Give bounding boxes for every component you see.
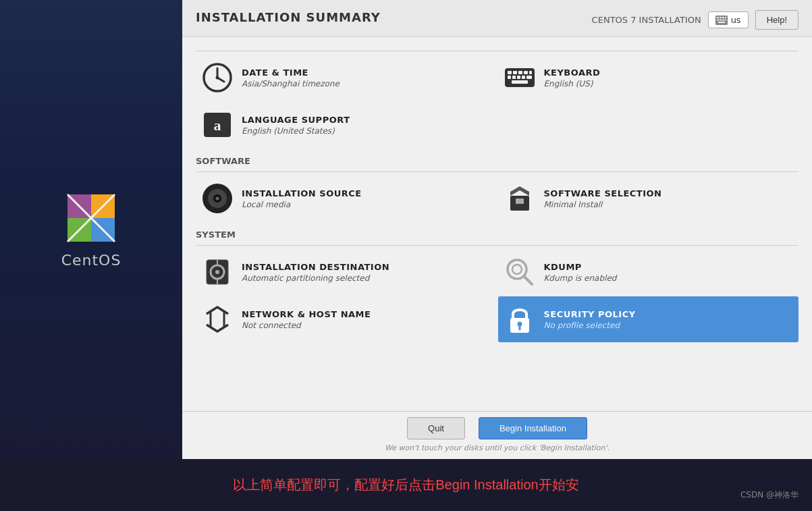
svg-point-23 — [216, 76, 219, 80]
network-text: NETWORK & HOST NAME Not connected — [242, 309, 371, 330]
keyboard-text: KEYBOARD English (US) — [544, 68, 601, 88]
keyboard-icon — [715, 16, 728, 25]
kdump-title: KDUMP — [544, 262, 617, 272]
svg-point-51 — [512, 265, 522, 274]
quit-button[interactable]: Quit — [407, 417, 465, 439]
annotation-text: 以上简单配置即可，配置好后点击Begin Installation开始安 — [233, 476, 578, 494]
item-network-hostname[interactable]: NETWORK & HOST NAME Not connected — [196, 296, 497, 342]
software-selection-text: SOFTWARE SELECTION Minimal Install — [544, 188, 662, 209]
security-subtitle: No profile selected — [544, 321, 636, 330]
network-subtitle: Not connected — [242, 321, 371, 330]
centos-logo: CentOS — [61, 191, 121, 269]
svg-rect-15 — [717, 19, 719, 20]
header-right: CENTOS 7 INSTALLATION us Help! — [592, 10, 799, 30]
main-area: INSTALLATION SUMMARY CENTOS 7 INSTALLATI… — [182, 0, 812, 459]
language-subtitle: English (United States) — [242, 126, 350, 136]
installation-title: INSTALLATION SUMMARY — [196, 10, 381, 24]
svg-rect-27 — [518, 71, 522, 74]
svg-marker-43 — [510, 186, 529, 196]
footer-buttons: Quit Begin Installation — [196, 417, 799, 439]
keyboard-indicator: us — [708, 11, 749, 28]
software-selection-title: SOFTWARE SELECTION — [544, 188, 662, 198]
installation-source-title: INSTALLATION SOURCE — [242, 188, 362, 198]
localization-grid: DATE & TIME Asia/Shanghai timezone — [196, 55, 799, 148]
svg-rect-12 — [720, 17, 722, 18]
footer: Quit Begin Installation We won't touch y… — [182, 411, 812, 459]
svg-rect-44 — [516, 198, 524, 204]
date-time-text: DATE & TIME Asia/Shanghai timezone — [242, 68, 340, 88]
svg-rect-31 — [512, 76, 516, 79]
svg-rect-26 — [513, 71, 517, 74]
item-installation-source[interactable]: INSTALLATION SOURCE Local media — [196, 176, 497, 221]
item-security-policy[interactable]: SECURITY POLICY No profile selected — [498, 296, 799, 342]
date-time-title: DATE & TIME — [242, 68, 340, 78]
item-software-selection[interactable]: SOFTWARE SELECTION Minimal Install — [498, 176, 799, 221]
security-icon — [504, 303, 536, 335]
svg-line-52 — [524, 276, 532, 284]
svg-rect-13 — [722, 17, 724, 18]
item-date-time[interactable]: DATE & TIME Asia/Shanghai timezone — [196, 55, 497, 101]
section-localization — [196, 37, 799, 51]
installation-destination-subtitle: Automatic partitioning selected — [242, 273, 389, 283]
sidebar: CentOS — [0, 0, 182, 459]
svg-rect-18 — [725, 19, 726, 20]
svg-rect-17 — [722, 19, 724, 20]
keyboard-item-icon — [504, 61, 536, 94]
software-grid: INSTALLATION SOURCE Local media SOFTWARE… — [196, 176, 799, 221]
footer-note: We won't touch your disks until you clic… — [196, 443, 799, 452]
svg-rect-16 — [720, 19, 722, 20]
installation-source-subtitle: Local media — [242, 200, 362, 209]
help-button[interactable]: Help! — [755, 10, 799, 30]
installation-source-icon — [201, 182, 234, 215]
svg-rect-32 — [517, 76, 520, 79]
centos-install-label: CENTOS 7 INSTALLATION — [592, 15, 701, 25]
svg-rect-30 — [508, 76, 511, 79]
centos-label: CentOS — [61, 252, 121, 269]
date-time-subtitle: Asia/Shanghai timezone — [242, 79, 340, 88]
software-selection-icon — [504, 182, 536, 215]
scroll-content: DATE & TIME Asia/Shanghai timezone — [182, 37, 812, 411]
kdump-subtitle: Kdump is enabled — [544, 273, 617, 283]
installation-source-text: INSTALLATION SOURCE Local media — [242, 188, 362, 209]
svg-rect-11 — [717, 17, 719, 18]
svg-rect-25 — [508, 71, 512, 74]
language-title: LANGUAGE SUPPORT — [242, 115, 350, 125]
keyboard-value: us — [731, 15, 741, 25]
svg-rect-34 — [526, 76, 532, 79]
item-language-support[interactable]: a LANGUAGE SUPPORT English (United State… — [196, 102, 497, 148]
centos-logo-icon — [64, 191, 118, 245]
installation-destination-icon — [201, 256, 234, 288]
header: INSTALLATION SUMMARY CENTOS 7 INSTALLATI… — [182, 0, 812, 37]
network-title: NETWORK & HOST NAME — [242, 309, 371, 319]
svg-rect-14 — [725, 17, 726, 18]
svg-rect-19 — [718, 22, 725, 23]
system-grid: INSTALLATION DESTINATION Automatic parti… — [196, 249, 799, 342]
keyboard-title: KEYBOARD — [544, 68, 601, 78]
item-installation-destination[interactable]: INSTALLATION DESTINATION Automatic parti… — [196, 249, 497, 295]
installation-destination-text: INSTALLATION DESTINATION Automatic parti… — [242, 262, 389, 283]
svg-point-41 — [216, 197, 219, 200]
security-title: SECURITY POLICY — [544, 309, 636, 319]
svg-rect-28 — [524, 71, 528, 74]
csdn-label: CSDN @神洛华 — [740, 489, 799, 501]
section-system: SYSTEM — [196, 221, 799, 246]
security-text: SECURITY POLICY No profile selected — [544, 309, 636, 330]
item-keyboard[interactable]: KEYBOARD English (US) — [498, 55, 799, 101]
network-icon — [201, 303, 234, 335]
installation-destination-title: INSTALLATION DESTINATION — [242, 262, 389, 272]
keyboard-subtitle: English (US) — [544, 79, 601, 88]
section-software: SOFTWARE — [196, 148, 799, 172]
date-time-icon — [201, 61, 234, 94]
language-text: LANGUAGE SUPPORT English (United States) — [242, 115, 350, 136]
language-icon: a — [201, 109, 234, 141]
kdump-icon — [504, 256, 536, 288]
begin-installation-button[interactable]: Begin Installation — [479, 417, 587, 439]
svg-text:a: a — [214, 117, 221, 134]
svg-rect-33 — [522, 76, 525, 79]
software-selection-subtitle: Minimal Install — [544, 200, 662, 209]
svg-point-47 — [215, 270, 219, 274]
kdump-text: KDUMP Kdump is enabled — [544, 262, 617, 283]
bottom-bar: 以上简单配置即可，配置好后点击Begin Installation开始安 CSD… — [0, 459, 812, 511]
item-kdump[interactable]: KDUMP Kdump is enabled — [498, 249, 799, 295]
svg-rect-29 — [529, 71, 532, 74]
